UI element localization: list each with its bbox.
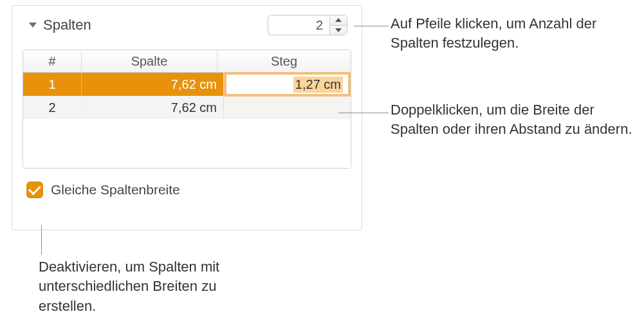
callout-leader [338, 113, 389, 113]
table-row[interactable]: 2 7,62 cm [23, 96, 351, 119]
chevron-up-icon [335, 18, 342, 22]
panel-title[interactable]: Spalten [29, 17, 91, 33]
callout-leader [354, 26, 389, 26]
table-row[interactable]: 1 7,62 cm 1,27 cm [23, 73, 351, 96]
cell-width[interactable]: 7,62 cm [82, 96, 224, 119]
cell-width[interactable]: 7,62 cm [82, 73, 224, 96]
stepper-up-button[interactable] [330, 15, 347, 25]
callout-leader [41, 225, 42, 255]
equal-width-row: Gleiche Spaltenbreite [23, 181, 351, 198]
gutter-edit-value[interactable]: 1,27 cm [293, 77, 343, 93]
table-empty-area [23, 119, 351, 168]
stepper-down-button[interactable] [330, 25, 347, 35]
equal-width-label: Gleiche Spaltenbreite [51, 182, 180, 198]
cell-num: 1 [23, 73, 82, 96]
column-count-stepper[interactable]: 2 [268, 15, 347, 35]
header-width[interactable]: Spalte [82, 50, 217, 72]
columns-table: # Spalte Steg 1 7,62 cm 1,27 cm 2 7,62 c… [23, 50, 351, 169]
header-num[interactable]: # [23, 50, 82, 72]
disclosure-down-icon[interactable] [29, 23, 37, 28]
header-gutter[interactable]: Steg [217, 50, 351, 72]
equal-width-checkbox[interactable] [26, 181, 43, 198]
callout-stepper: Auf Pfeile klicken, um Anzahl der Spalte… [391, 14, 635, 53]
table-body: 1 7,62 cm 1,27 cm 2 7,62 cm [23, 73, 351, 168]
stepper-buttons [329, 15, 347, 35]
table-header: # Spalte Steg [23, 50, 351, 73]
callout-cell: Doppelklicken, um die Breite der Spalten… [391, 100, 635, 140]
column-count-value[interactable]: 2 [268, 15, 329, 35]
checkmark-icon [28, 182, 41, 195]
callout-checkbox: Deaktivieren, um Spalten mit unterschied… [39, 257, 251, 316]
cell-num: 2 [23, 96, 82, 119]
cell-gutter[interactable] [224, 96, 351, 119]
panel-title-text: Spalten [43, 17, 91, 33]
columns-panel: Spalten 2 # Spalte Steg 1 7,62 cm 1,27 c… [12, 5, 362, 230]
chevron-down-icon [335, 28, 342, 32]
cell-gutter[interactable]: 1,27 cm [224, 73, 351, 96]
gutter-edit-field[interactable]: 1,27 cm [224, 72, 351, 97]
panel-header: Spalten 2 [23, 15, 351, 35]
